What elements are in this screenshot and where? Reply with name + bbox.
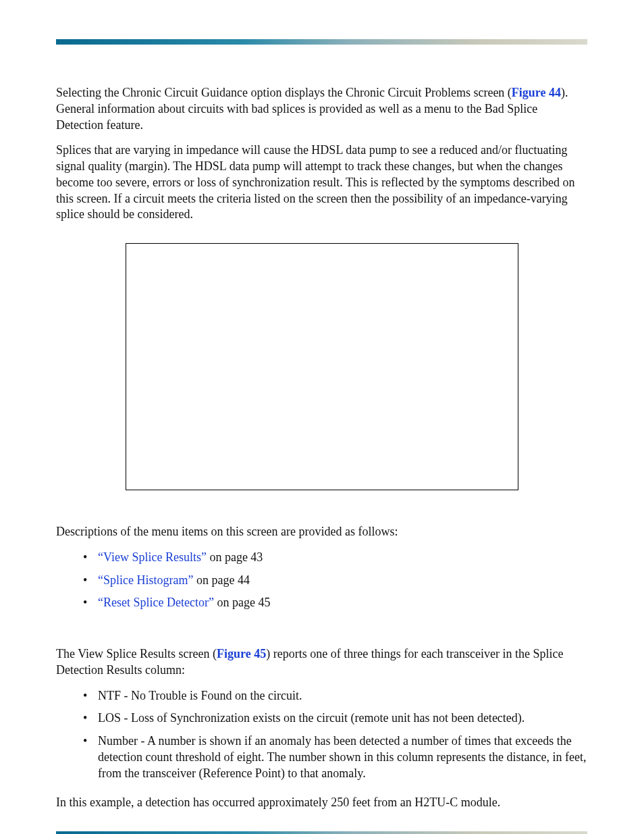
- figure-45-link[interactable]: Figure 45: [217, 647, 266, 660]
- text: The View Splice Results screen (: [56, 647, 217, 660]
- reset-splice-detector-link[interactable]: “Reset Splice Detector”: [98, 596, 214, 609]
- page-content: Selecting the Chronic Circuit Guidance o…: [56, 45, 587, 811]
- menu-description-intro: Descriptions of the menu items on this s…: [56, 524, 587, 540]
- figure-44-link[interactable]: Figure 44: [512, 86, 561, 99]
- view-splice-paragraph: The View Splice Results screen (Figure 4…: [56, 646, 587, 679]
- results-list: NTF - No Trouble is Found on the circuit…: [56, 688, 587, 782]
- spacer: [56, 625, 587, 646]
- text: Selecting the Chronic Circuit Guidance o…: [56, 86, 512, 99]
- list-item: NTF - No Trouble is Found on the circuit…: [83, 688, 587, 704]
- list-item: “View Splice Results” on page 43: [83, 550, 587, 566]
- menu-link-list: “View Splice Results” on page 43 “Splice…: [56, 550, 587, 611]
- figure-placeholder: [126, 243, 518, 490]
- text: on page 43: [207, 550, 263, 564]
- example-paragraph: In this example, a detection has occurre…: [56, 795, 587, 811]
- list-item: “Reset Splice Detector” on page 45: [83, 595, 587, 611]
- list-item: LOS - Loss of Synchronization exists on …: [83, 710, 587, 727]
- intro-paragraph-1: Selecting the Chronic Circuit Guidance o…: [56, 85, 587, 133]
- splice-histogram-link[interactable]: “Splice Histogram”: [98, 573, 193, 587]
- list-item: Number - A number is shown if an anomaly…: [83, 733, 587, 781]
- view-splice-results-link[interactable]: “View Splice Results”: [98, 550, 207, 564]
- header-gradient-bar: [56, 39, 587, 45]
- text: on page 44: [193, 573, 249, 587]
- list-item: “Splice Histogram” on page 44: [83, 573, 587, 589]
- text: on page 45: [214, 596, 270, 609]
- footer-gradient-bar: [56, 831, 587, 834]
- intro-paragraph-2: Splices that are varying in impedance wi…: [56, 142, 587, 223]
